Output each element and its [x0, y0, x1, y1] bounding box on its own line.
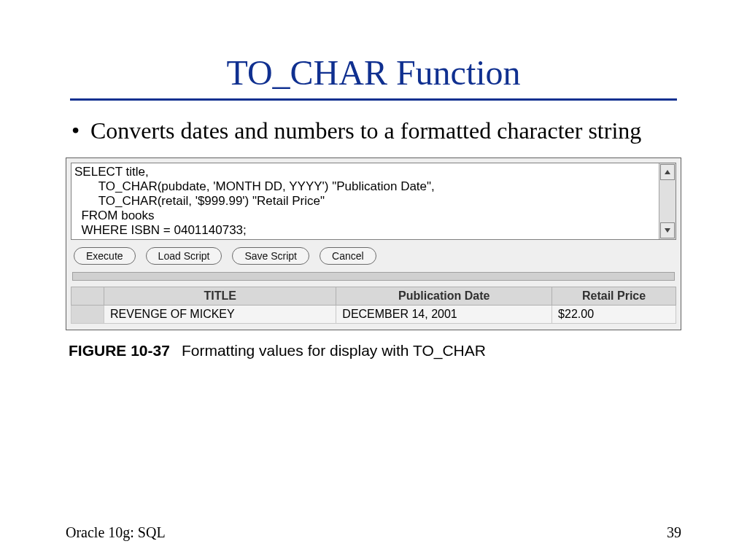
slide: TO_CHAR Function • Converts dates and nu… [0, 0, 747, 359]
cell-title: REVENGE OF MICKEY [104, 306, 336, 324]
cancel-button[interactable]: Cancel [320, 247, 376, 265]
title-divider [70, 98, 677, 101]
execute-button[interactable]: Execute [74, 247, 136, 265]
row-number [71, 306, 104, 324]
bullet-item: • Converts dates and numbers to a format… [71, 117, 681, 144]
table-header-row: TITLE Publication Date Retail Price [71, 287, 676, 306]
cell-price: $22.00 [552, 306, 676, 324]
bullet-text: Converts dates and numbers to a formatte… [90, 117, 641, 144]
svg-marker-1 [665, 228, 670, 233]
cell-pubdate: DECEMBER 14, 2001 [336, 306, 552, 324]
footer-page-number: 39 [667, 524, 681, 541]
col-pubdate: Publication Date [336, 287, 552, 306]
footer-left: Oracle 10g: SQL [66, 524, 166, 541]
figure-caption: FIGURE 10-37Formatting values for displa… [69, 342, 678, 359]
sql-editor: SELECT title, TO_CHAR(pubdate, 'MONTH DD… [71, 163, 676, 240]
sql-code[interactable]: SELECT title, TO_CHAR(pubdate, 'MONTH DD… [71, 163, 659, 239]
sql-screenshot: SELECT title, TO_CHAR(pubdate, 'MONTH DD… [66, 158, 681, 330]
result-table: TITLE Publication Date Retail Price REVE… [71, 287, 676, 324]
bullet-marker: • [71, 117, 90, 144]
slide-title: TO_CHAR Function [66, 52, 681, 93]
col-title: TITLE [104, 287, 336, 306]
load-script-button[interactable]: Load Script [146, 247, 222, 265]
scroll-down-icon[interactable] [660, 222, 675, 238]
col-price: Retail Price [552, 287, 676, 306]
figure-text: Formatting values for display with TO_CH… [182, 342, 486, 359]
svg-marker-0 [665, 170, 670, 174]
section-divider [72, 272, 675, 281]
button-row: Execute Load Script Save Script Cancel [71, 240, 676, 269]
table-row: REVENGE OF MICKEY DECEMBER 14, 2001 $22.… [71, 306, 676, 324]
save-script-button[interactable]: Save Script [232, 247, 309, 265]
row-header-blank [71, 287, 104, 306]
scroll-up-icon[interactable] [660, 164, 675, 180]
slide-footer: Oracle 10g: SQL 39 [66, 524, 681, 541]
figure-number: FIGURE 10-37 [69, 342, 170, 359]
scrollbar[interactable] [659, 163, 676, 239]
